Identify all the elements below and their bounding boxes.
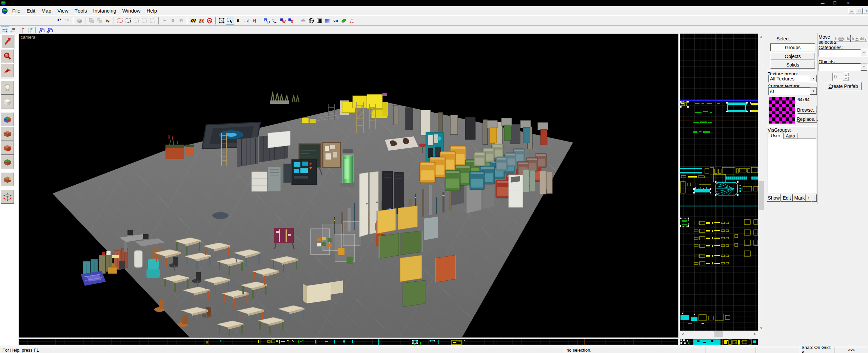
- visgroups-mark-button[interactable]: Mark: [793, 194, 806, 202]
- to-entity-button[interactable]: toEntity: [851, 35, 867, 42]
- current-texture-combo[interactable]: /0▼: [768, 87, 817, 95]
- group-icon[interactable]: [87, 17, 96, 25]
- chevron-down-icon[interactable]: ▼: [810, 75, 817, 82]
- to-world-button[interactable]: toWorld: [835, 35, 851, 42]
- spinner-down-icon[interactable]: ▼: [843, 76, 849, 81]
- visgroups-down-button[interactable]: ↓: [811, 194, 817, 202]
- viewport-2d-side-scene: [680, 34, 758, 331]
- menu-window[interactable]: Window: [119, 6, 143, 15]
- cm-icon[interactable]: CM: [332, 17, 340, 25]
- decal-tool[interactable]: [1, 141, 14, 155]
- redo-icon[interactable]: ↷: [63, 17, 71, 25]
- block-tool[interactable]: [1, 95, 14, 109]
- grid-3d-icon[interactable]: 3D: [9, 26, 17, 35]
- copy-icon[interactable]: ⧉: [169, 17, 177, 25]
- window-close-button[interactable]: ✕: [841, 0, 856, 6]
- menu-instancing[interactable]: Instancing: [90, 6, 119, 15]
- menu-help[interactable]: Help: [143, 6, 160, 15]
- visgroups-edit-button[interactable]: Edit: [781, 194, 793, 202]
- run-map-icon[interactable]: R: [205, 17, 214, 25]
- magnify-tool[interactable]: [1, 49, 14, 63]
- clipping-tool[interactable]: [1, 155, 14, 169]
- camera-tool[interactable]: [1, 63, 14, 77]
- prop-specimen-tube: [340, 149, 355, 187]
- visgroups-show-button[interactable]: Show: [767, 194, 781, 202]
- menu-view[interactable]: View: [54, 6, 72, 15]
- grid-toggle-icon[interactable]: [1, 26, 9, 35]
- paste-icon[interactable]: ⎗: [177, 17, 185, 25]
- menu-map[interactable]: Map: [38, 6, 54, 15]
- visgroups-tab-user[interactable]: User: [768, 132, 783, 139]
- mdi-minimize-button[interactable]: —: [848, 8, 855, 14]
- chevron-down-icon[interactable]: ▼: [810, 88, 817, 95]
- scroll-down-icon[interactable]: ∨: [758, 324, 765, 331]
- browse-button[interactable]: Browse...: [797, 106, 816, 114]
- mdi-close-button[interactable]: ✕: [863, 8, 868, 14]
- cut-icon[interactable]: ✂: [161, 17, 169, 25]
- viewport-2d-top[interactable]: [680, 339, 758, 345]
- nodraw-icon[interactable]: nodraw: [348, 17, 356, 25]
- vertex-tool[interactable]: [1, 172, 14, 186]
- hide-unselected-icon[interactable]: [140, 17, 149, 25]
- viewport-2d-side[interactable]: [680, 34, 758, 331]
- ignore-groups-icon[interactable]: ig: [104, 17, 112, 25]
- magnetic-selection-icon[interactable]: [226, 17, 234, 25]
- leaf-icon[interactable]: [340, 17, 348, 25]
- visgroups-tab-auto[interactable]: Auto: [783, 133, 797, 139]
- sphere-icon[interactable]: [307, 17, 315, 25]
- select-groups-button[interactable]: Groups: [770, 43, 815, 51]
- texture-application-tool[interactable]: [1, 112, 14, 126]
- stripes-icon[interactable]: [315, 17, 323, 25]
- mdi-restore-button[interactable]: ❐: [856, 8, 863, 14]
- texture-group-combo[interactable]: All Textures▼: [768, 75, 817, 82]
- selection-box-icon[interactable]: [218, 17, 226, 25]
- apply-texture-tool[interactable]: [1, 127, 14, 141]
- viewport-2d-front[interactable]: [19, 339, 678, 345]
- scroll-up-icon[interactable]: ∧: [758, 34, 765, 40]
- scroll-right-icon[interactable]: >: [752, 331, 758, 337]
- detail-objects-icon[interactable]: DD: [262, 17, 271, 25]
- select-objects-button[interactable]: Objects: [770, 52, 815, 60]
- world-ow-icon[interactable]: W: [279, 17, 287, 25]
- window-minimize-button[interactable]: —: [816, 0, 829, 6]
- menu-tools[interactable]: Tools: [72, 6, 90, 15]
- texture-scale-lock-icon[interactable]: ↔tl: [242, 17, 250, 25]
- create-prefab-button[interactable]: Create Prefab: [825, 82, 862, 90]
- select-solids-button[interactable]: Solids: [770, 61, 815, 69]
- scrollbar-horizontal[interactable]: < >: [680, 331, 758, 337]
- scrollbar-thumb[interactable]: [758, 181, 764, 210]
- select-connected-icon[interactable]: [116, 17, 124, 25]
- select-touching-icon[interactable]: [124, 17, 132, 25]
- hide-selected-icon[interactable]: [132, 17, 140, 25]
- visgroups-up-button[interactable]: ↑: [806, 194, 811, 202]
- ungroup-icon[interactable]: [96, 17, 104, 25]
- visgroups-list[interactable]: [768, 138, 816, 193]
- categories-combo[interactable]: ▼: [818, 49, 868, 57]
- replace-button[interactable]: Replace...: [797, 115, 817, 123]
- texture-size-label: 64x64: [797, 97, 809, 102]
- texture-lock-icon[interactable]: tl: [234, 17, 242, 25]
- show-hidden-icon[interactable]: [149, 17, 157, 25]
- cordon-icon[interactable]: [189, 17, 197, 25]
- selection-tool[interactable]: [1, 34, 15, 49]
- window-restore-button[interactable]: ❐: [829, 0, 841, 6]
- scroll-left-icon[interactable]: <: [680, 331, 686, 337]
- menu-edit[interactable]: Edit: [23, 6, 38, 15]
- cordon-edit-icon[interactable]: [197, 17, 205, 25]
- prefab-count-field[interactable]: 0: [832, 73, 843, 81]
- world-or-icon[interactable]: R: [287, 17, 295, 25]
- spray-icon[interactable]: ⁂: [299, 17, 307, 25]
- objects-combo[interactable]: ▼: [818, 63, 868, 71]
- flip-faces-icon[interactable]: [250, 17, 258, 25]
- carve-icon[interactable]: [75, 17, 83, 25]
- svg-text:W: W: [282, 19, 286, 23]
- scrollbar-vertical[interactable]: ∧ ∨: [758, 34, 765, 331]
- scrollbar-thumb-h[interactable]: [714, 331, 723, 337]
- undo-icon[interactable]: ↶: [55, 17, 63, 25]
- 3d-snap-icon[interactable]: 3D: [271, 17, 279, 25]
- path-tool[interactable]: [1, 190, 14, 204]
- menu-file[interactable]: File: [9, 6, 23, 15]
- blend-icon[interactable]: [323, 17, 332, 25]
- entity-tool[interactable]: [1, 81, 14, 95]
- viewport-3d[interactable]: camera: [19, 34, 678, 338]
